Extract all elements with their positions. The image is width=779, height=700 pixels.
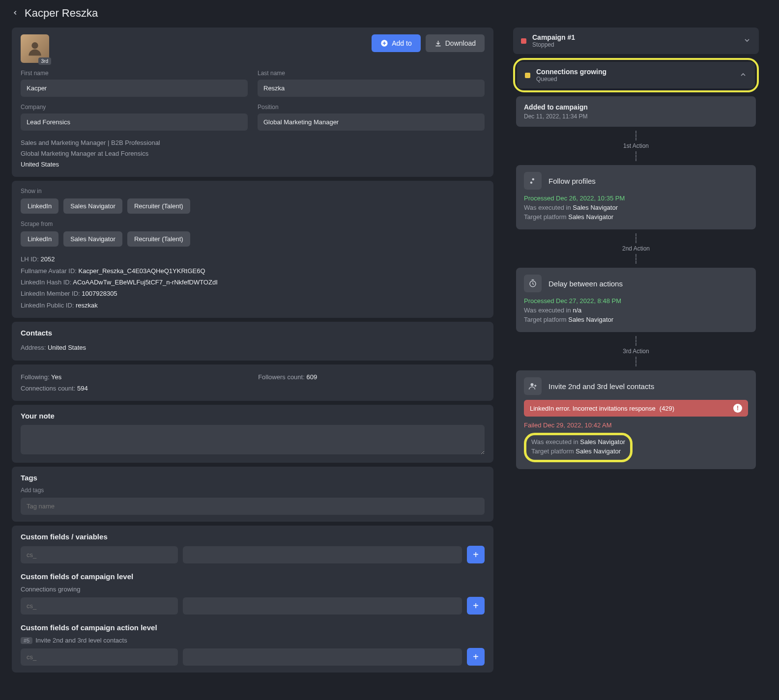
action-1-card: Follow profiles Processed Dec 26, 2022, … bbox=[516, 165, 756, 229]
campaign-item-2[interactable]: Connections growing Queued bbox=[517, 62, 755, 88]
highlight-campaign: Connections growing Queued bbox=[513, 58, 759, 92]
error-bar: LinkedIn error. Incorrect invitations re… bbox=[524, 400, 748, 417]
action-2-card: Delay between actions Processed Dec 27, … bbox=[516, 268, 756, 332]
show-in-linkedin[interactable]: LinkedIn bbox=[21, 198, 58, 214]
campaign-2-status: Queued bbox=[536, 76, 606, 83]
alert-icon: ! bbox=[733, 404, 742, 413]
cf-action-title: Custom fields of campaign action level bbox=[21, 623, 485, 632]
scrape-from-sales-navigator[interactable]: Sales Navigator bbox=[63, 231, 122, 247]
show-in-sales-navigator[interactable]: Sales Navigator bbox=[63, 198, 122, 214]
a2-exec-val: n/a bbox=[573, 307, 581, 314]
a3-fail-ts: Dec 29, 2022, 10:42 AM bbox=[543, 421, 611, 429]
show-in-recruiter[interactable]: Recruiter (Talent) bbox=[127, 198, 190, 214]
member-id: 1007928305 bbox=[82, 290, 117, 297]
cf-action-badge: #5 bbox=[21, 637, 32, 644]
followers-value: 609 bbox=[306, 373, 317, 381]
chevron-down-icon bbox=[743, 36, 751, 46]
profile-card: 3rd Add to Download bbox=[12, 28, 493, 177]
a3-target-label: Target platform bbox=[531, 448, 574, 455]
avatar-id: Kacper_Reszka_C4E03AQHeQ1YKRtGE6Q bbox=[79, 267, 205, 275]
degree-badge: 3rd bbox=[38, 57, 51, 65]
download-button[interactable]: Download bbox=[426, 34, 485, 52]
add-to-button[interactable]: Add to bbox=[372, 34, 420, 52]
action-2-label: 2nd Action bbox=[622, 245, 650, 252]
invite-icon bbox=[524, 377, 542, 395]
svg-point-0 bbox=[31, 42, 38, 49]
avatar: 3rd bbox=[21, 34, 49, 63]
cf-camp-key-input[interactable] bbox=[21, 597, 178, 615]
cf-add-button[interactable]: + bbox=[467, 546, 485, 563]
follow-icon bbox=[524, 172, 542, 190]
cf-title: Custom fields / variables bbox=[21, 532, 485, 541]
cf-val-input[interactable] bbox=[183, 546, 462, 563]
a2-proc-label: Processed bbox=[524, 297, 554, 305]
a3-fail-label: Failed bbox=[524, 421, 541, 429]
a3-exec-val: Sales Navigator bbox=[580, 438, 625, 446]
lh-id: 2052 bbox=[40, 255, 55, 263]
address-value: United States bbox=[48, 344, 86, 351]
scrape-from-linkedin[interactable]: LinkedIn bbox=[21, 231, 58, 247]
location: United States bbox=[21, 159, 485, 170]
a1-exec-val: Sales Navigator bbox=[573, 204, 618, 211]
first-name-label: First name bbox=[21, 70, 248, 77]
a2-exec-label: Was executed in bbox=[524, 307, 571, 314]
tags-card: Tags Add tags bbox=[12, 467, 493, 522]
followers-label: Followers count: bbox=[258, 373, 305, 381]
subheadline: Global Marketing Manager at Lead Forensi… bbox=[21, 148, 485, 159]
member-id-label: LinkedIn Member ID: bbox=[21, 290, 80, 297]
address-label: Address: bbox=[21, 344, 46, 351]
a1-proc-label: Processed bbox=[524, 195, 554, 202]
back-button[interactable] bbox=[12, 9, 19, 18]
contacts-card: Contacts Address: United States bbox=[12, 322, 493, 360]
note-textarea[interactable] bbox=[21, 425, 485, 454]
following-value: Yes bbox=[51, 373, 61, 381]
lh-id-label: LH ID: bbox=[21, 255, 39, 263]
action-3-card: Invite 2nd and 3rd level contacts Linked… bbox=[516, 370, 756, 469]
campaign-2-title: Connections growing bbox=[536, 68, 606, 76]
campaign-item-1[interactable]: Campaign #1 Stopped bbox=[513, 28, 759, 54]
tag-name-input[interactable] bbox=[21, 498, 485, 515]
headline: Sales and Marketing Manager | B2B Profes… bbox=[21, 138, 485, 148]
campaign-1-status: Stopped bbox=[532, 41, 575, 48]
cf-camp-title: Custom fields of campaign level bbox=[21, 572, 485, 581]
campaign-1-title: Campaign #1 bbox=[532, 33, 575, 41]
tags-title: Tags bbox=[21, 474, 485, 482]
hash-id-label: LinkedIn Hash ID: bbox=[21, 279, 71, 286]
connections-value: 594 bbox=[77, 385, 88, 392]
action-1-title: Follow profiles bbox=[548, 177, 596, 185]
status-dot-stopped bbox=[521, 38, 526, 44]
cf-action-add-button[interactable]: + bbox=[467, 648, 485, 666]
connections-label: Connections count: bbox=[21, 385, 75, 392]
contacts-title: Contacts bbox=[21, 329, 485, 337]
add-tags-label: Add tags bbox=[21, 487, 485, 494]
added-title: Added to campaign bbox=[524, 103, 748, 111]
cf-key-input[interactable] bbox=[21, 546, 178, 563]
cf-action-val-input[interactable] bbox=[183, 648, 462, 666]
show-scrape-card: Show in LinkedIn Sales Navigator Recruit… bbox=[12, 181, 493, 318]
a2-target-label: Target platform bbox=[524, 316, 567, 323]
error-code: (429) bbox=[660, 405, 674, 412]
cf-action-key-input[interactable] bbox=[21, 648, 178, 666]
timeline-added-card: Added to campaign Dec 11, 2022, 11:34 PM bbox=[516, 96, 756, 127]
public-id: reszkak bbox=[76, 302, 98, 309]
a2-proc-ts: Dec 27, 2022, 8:48 PM bbox=[556, 297, 621, 305]
position-input[interactable] bbox=[258, 113, 485, 131]
last-name-label: Last name bbox=[258, 70, 485, 77]
cf-camp-val-input[interactable] bbox=[183, 597, 462, 615]
a1-exec-label: Was executed in bbox=[524, 204, 571, 211]
svg-point-3 bbox=[531, 383, 534, 386]
status-dot-queued bbox=[525, 73, 530, 78]
custom-fields-card: Custom fields / variables + Custom field… bbox=[12, 526, 493, 672]
note-card: Your note bbox=[12, 405, 493, 463]
highlight-exec-target: Was executed in Sales Navigator Target p… bbox=[524, 433, 633, 462]
last-name-input[interactable] bbox=[258, 80, 485, 97]
cf-camp-add-button[interactable]: + bbox=[467, 597, 485, 615]
avatar-id-label: Fullname Avatar ID: bbox=[21, 267, 77, 275]
added-ts: Dec 11, 2022, 11:34 PM bbox=[524, 113, 748, 120]
first-name-input[interactable] bbox=[21, 80, 248, 97]
timer-icon bbox=[524, 275, 542, 292]
scrape-from-recruiter[interactable]: Recruiter (Talent) bbox=[127, 231, 190, 247]
show-in-label: Show in bbox=[21, 188, 485, 195]
a3-target-val: Sales Navigator bbox=[576, 448, 621, 455]
company-input[interactable] bbox=[21, 113, 248, 131]
